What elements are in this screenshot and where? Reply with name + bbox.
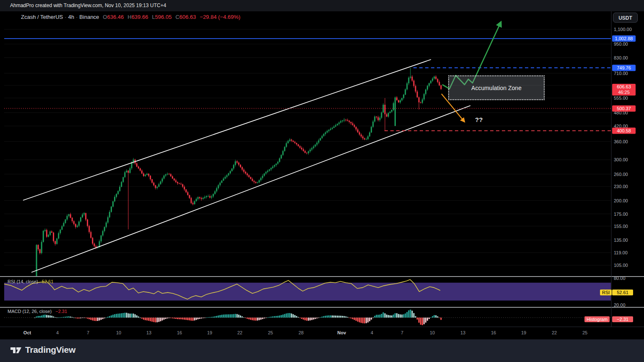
date-label-4: 4: [56, 330, 59, 335]
date-label-7: 7: [401, 330, 403, 335]
rsi-tick-80: 80.00: [614, 276, 626, 281]
price-tick-230: 230.00: [614, 184, 628, 189]
histogram-value-label: −2.31: [612, 316, 633, 322]
price-tick-105: 105.00: [614, 263, 628, 268]
tradingview-brand-text: TradingView: [25, 345, 75, 355]
rsi-legend-name: RSI (14, close): [8, 279, 38, 284]
change-value: −29.84 (−4.69%): [200, 14, 241, 20]
date-label-10: 10: [116, 330, 121, 335]
date-label-16: 16: [491, 330, 496, 335]
price-tick-200: 200.00: [614, 198, 628, 203]
rsi-legend: RSI (14, close) 52.61: [8, 279, 53, 284]
open-value: 636.46: [107, 14, 124, 20]
legend-separator: ·: [65, 14, 66, 20]
date-label-16: 16: [177, 330, 182, 335]
tradingview-chart-window: AhmadPro created with TradingView.com, N…: [0, 0, 644, 362]
symbol-legend: Zcash / TetherUS·4h·BinanceO636.46H639.6…: [21, 14, 240, 20]
rsi-legend-value: 52.61: [42, 279, 54, 284]
date-label-7: 7: [87, 330, 89, 335]
price-tick-555: 555.00: [614, 96, 628, 101]
currency-toggle-button[interactable]: USDT: [613, 13, 638, 23]
date-label-10: 10: [430, 330, 435, 335]
price-tick-300: 300.00: [614, 157, 628, 162]
date-label-25: 25: [582, 330, 587, 335]
open-key: O: [103, 14, 107, 20]
time-axis[interactable]: [0, 327, 611, 339]
price-label-500.37: 500.37: [612, 105, 636, 111]
price-tick-1100: 1,100.00: [614, 27, 632, 32]
rsi-value-label: 52.61: [612, 290, 633, 295]
price-tick-950: 950.00: [614, 41, 628, 47]
accumulation-zone-label: Accumulation Zone: [471, 85, 522, 91]
tradingview-logo-icon: [10, 345, 22, 354]
date-label-19: 19: [207, 330, 212, 335]
date-label-4: 4: [371, 330, 373, 335]
price-tick-830: 830.00: [614, 55, 628, 60]
exchange-label: Binance: [79, 14, 99, 20]
price-tick-119: 119.00: [614, 250, 628, 255]
date-label-19: 19: [521, 330, 526, 335]
chart-canvas[interactable]: [0, 0, 644, 362]
symbol-title: Zcash / TetherUS: [21, 14, 63, 20]
date-label-13: 13: [460, 330, 465, 335]
low-value: 596.05: [155, 14, 172, 20]
macd-legend: MACD (12, 26, close) −2.31: [8, 309, 67, 314]
date-label-Oct: Oct: [23, 330, 31, 335]
price-tick-360: 360.00: [614, 139, 628, 144]
high-key: H: [127, 14, 131, 20]
accumulation-zone-box[interactable]: Accumulation Zone: [448, 75, 545, 100]
tradingview-brand[interactable]: TradingView: [10, 345, 75, 355]
rsi-tag: RSI: [600, 290, 612, 295]
date-label-13: 13: [146, 330, 151, 335]
macd-legend-name: MACD (12, 26, close): [8, 309, 52, 314]
question-marks-annotation: ??: [475, 116, 483, 123]
price-label-1,002.88: 1,002.88: [612, 36, 636, 42]
price-label-606.63: 606.6346:25: [612, 84, 636, 96]
high-value: 639.66: [132, 14, 148, 20]
price-tick-175: 175.00: [614, 212, 628, 217]
price-tick-710: 710.00: [614, 71, 628, 76]
price-label-749.76: 749.76: [612, 65, 636, 71]
date-label-22: 22: [552, 330, 557, 335]
date-label-25: 25: [268, 330, 273, 335]
price-tick-155: 155.00: [614, 224, 628, 229]
legend-separator: ·: [76, 14, 78, 20]
date-label-28: 28: [299, 330, 304, 335]
rsi-tick-20: 20.00: [614, 303, 626, 308]
price-tick-260: 260.00: [614, 172, 628, 177]
close-value: 606.63: [179, 14, 196, 20]
price-label-400.58: 400.58: [612, 128, 636, 134]
macd-legend-value: −2.31: [55, 309, 67, 314]
price-tick-135: 135.00: [614, 238, 628, 243]
histogram-tag: Histogram: [584, 316, 610, 322]
date-label-Nov: Nov: [338, 330, 346, 335]
low-key: L: [152, 14, 155, 20]
footer-bar: TradingView: [0, 339, 644, 362]
interval-label: 4h: [68, 14, 74, 20]
date-label-22: 22: [237, 330, 242, 335]
close-key: C: [175, 14, 179, 20]
